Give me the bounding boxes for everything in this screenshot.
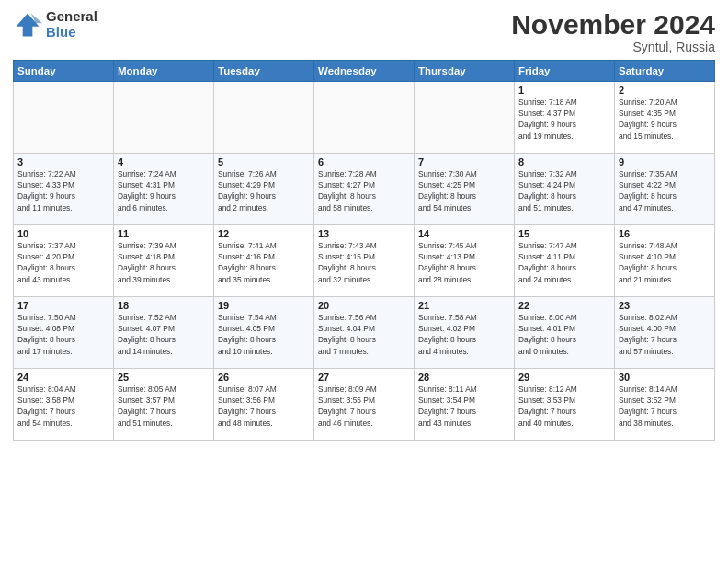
day-number: 3 xyxy=(17,156,109,167)
logo-text: General Blue xyxy=(46,9,97,40)
day-number: 24 xyxy=(17,372,109,383)
calendar-cell: 14Sunrise: 7:45 AM Sunset: 4:13 PM Dayli… xyxy=(415,225,515,297)
day-number: 2 xyxy=(619,85,711,96)
day-number: 8 xyxy=(518,156,610,167)
day-number: 28 xyxy=(418,372,510,383)
calendar-week-1: 1Sunrise: 7:18 AM Sunset: 4:37 PM Daylig… xyxy=(14,82,715,154)
day-info: Sunrise: 7:39 AM Sunset: 4:18 PM Dayligh… xyxy=(118,240,210,285)
day-info: Sunrise: 7:43 AM Sunset: 4:15 PM Dayligh… xyxy=(318,240,410,285)
day-number: 13 xyxy=(318,228,410,239)
day-info: Sunrise: 7:37 AM Sunset: 4:20 PM Dayligh… xyxy=(17,240,109,285)
col-header-tuesday: Tuesday xyxy=(214,61,314,82)
page: General Blue November 2024 Syntul, Russi… xyxy=(0,0,728,563)
month-title: November 2024 xyxy=(511,9,715,40)
day-number: 16 xyxy=(619,228,711,239)
col-header-wednesday: Wednesday xyxy=(314,61,415,82)
day-number: 20 xyxy=(318,300,410,311)
day-number: 17 xyxy=(17,300,109,311)
day-number: 4 xyxy=(118,156,210,167)
calendar-cell xyxy=(214,82,314,154)
day-number: 21 xyxy=(418,300,510,311)
day-info: Sunrise: 8:12 AM Sunset: 3:53 PM Dayligh… xyxy=(518,384,610,429)
col-header-friday: Friday xyxy=(515,61,615,82)
day-number: 10 xyxy=(17,228,109,239)
day-info: Sunrise: 7:32 AM Sunset: 4:24 PM Dayligh… xyxy=(518,168,610,213)
day-info: Sunrise: 8:02 AM Sunset: 4:00 PM Dayligh… xyxy=(619,312,711,357)
day-number: 7 xyxy=(418,156,510,167)
day-info: Sunrise: 7:20 AM Sunset: 4:35 PM Dayligh… xyxy=(619,97,711,142)
calendar-cell: 9Sunrise: 7:35 AM Sunset: 4:22 PM Daylig… xyxy=(615,154,715,225)
logo-general-text: General xyxy=(46,9,97,25)
calendar-cell: 4Sunrise: 7:24 AM Sunset: 4:31 PM Daylig… xyxy=(114,154,214,225)
calendar-cell: 22Sunrise: 8:00 AM Sunset: 4:01 PM Dayli… xyxy=(515,297,615,369)
day-number: 14 xyxy=(418,228,510,239)
logo: General Blue xyxy=(13,9,97,40)
location: Syntul, Russia xyxy=(511,40,715,54)
title-block: November 2024 Syntul, Russia xyxy=(511,9,715,54)
day-info: Sunrise: 7:45 AM Sunset: 4:13 PM Dayligh… xyxy=(418,240,510,285)
calendar-week-5: 24Sunrise: 8:04 AM Sunset: 3:58 PM Dayli… xyxy=(14,369,715,441)
logo-icon xyxy=(13,10,42,40)
day-number: 9 xyxy=(619,156,711,167)
col-header-monday: Monday xyxy=(114,61,214,82)
day-number: 5 xyxy=(218,156,310,167)
calendar-cell: 12Sunrise: 7:41 AM Sunset: 4:16 PM Dayli… xyxy=(214,225,314,297)
day-number: 18 xyxy=(118,300,210,311)
calendar-cell: 28Sunrise: 8:11 AM Sunset: 3:54 PM Dayli… xyxy=(415,369,515,441)
calendar-cell xyxy=(415,82,515,154)
day-info: Sunrise: 7:48 AM Sunset: 4:10 PM Dayligh… xyxy=(619,240,711,285)
calendar-cell xyxy=(14,82,114,154)
day-number: 30 xyxy=(619,372,711,383)
day-info: Sunrise: 7:58 AM Sunset: 4:02 PM Dayligh… xyxy=(418,312,510,357)
day-number: 25 xyxy=(118,372,210,383)
day-info: Sunrise: 7:30 AM Sunset: 4:25 PM Dayligh… xyxy=(418,168,510,213)
day-info: Sunrise: 7:47 AM Sunset: 4:11 PM Dayligh… xyxy=(518,240,610,285)
calendar-cell: 5Sunrise: 7:26 AM Sunset: 4:29 PM Daylig… xyxy=(214,154,314,225)
calendar-cell xyxy=(114,82,214,154)
calendar-cell: 26Sunrise: 8:07 AM Sunset: 3:56 PM Dayli… xyxy=(214,369,314,441)
calendar-cell: 25Sunrise: 8:05 AM Sunset: 3:57 PM Dayli… xyxy=(114,369,214,441)
day-info: Sunrise: 8:00 AM Sunset: 4:01 PM Dayligh… xyxy=(518,312,610,357)
calendar-cell: 16Sunrise: 7:48 AM Sunset: 4:10 PM Dayli… xyxy=(615,225,715,297)
calendar-cell: 13Sunrise: 7:43 AM Sunset: 4:15 PM Dayli… xyxy=(314,225,415,297)
day-number: 26 xyxy=(218,372,310,383)
day-info: Sunrise: 8:07 AM Sunset: 3:56 PM Dayligh… xyxy=(218,384,310,429)
col-header-saturday: Saturday xyxy=(615,61,715,82)
day-number: 22 xyxy=(518,300,610,311)
calendar-cell: 11Sunrise: 7:39 AM Sunset: 4:18 PM Dayli… xyxy=(114,225,214,297)
calendar-cell: 3Sunrise: 7:22 AM Sunset: 4:33 PM Daylig… xyxy=(14,154,114,225)
header: General Blue November 2024 Syntul, Russi… xyxy=(13,9,715,54)
day-info: Sunrise: 7:56 AM Sunset: 4:04 PM Dayligh… xyxy=(318,312,410,357)
calendar-cell: 29Sunrise: 8:12 AM Sunset: 3:53 PM Dayli… xyxy=(515,369,615,441)
day-info: Sunrise: 7:54 AM Sunset: 4:05 PM Dayligh… xyxy=(218,312,310,357)
calendar-cell: 20Sunrise: 7:56 AM Sunset: 4:04 PM Dayli… xyxy=(314,297,415,369)
day-info: Sunrise: 8:14 AM Sunset: 3:52 PM Dayligh… xyxy=(619,384,711,429)
day-info: Sunrise: 7:28 AM Sunset: 4:27 PM Dayligh… xyxy=(318,168,410,213)
calendar-cell: 6Sunrise: 7:28 AM Sunset: 4:27 PM Daylig… xyxy=(314,154,415,225)
day-info: Sunrise: 7:52 AM Sunset: 4:07 PM Dayligh… xyxy=(118,312,210,357)
calendar-week-2: 3Sunrise: 7:22 AM Sunset: 4:33 PM Daylig… xyxy=(14,154,715,225)
calendar-cell xyxy=(314,82,415,154)
day-number: 27 xyxy=(318,372,410,383)
calendar-cell: 23Sunrise: 8:02 AM Sunset: 4:00 PM Dayli… xyxy=(615,297,715,369)
calendar-cell: 24Sunrise: 8:04 AM Sunset: 3:58 PM Dayli… xyxy=(14,369,114,441)
day-info: Sunrise: 7:18 AM Sunset: 4:37 PM Dayligh… xyxy=(518,97,610,142)
calendar-cell: 1Sunrise: 7:18 AM Sunset: 4:37 PM Daylig… xyxy=(515,82,615,154)
day-number: 19 xyxy=(218,300,310,311)
day-number: 11 xyxy=(118,228,210,239)
day-info: Sunrise: 8:04 AM Sunset: 3:58 PM Dayligh… xyxy=(17,384,109,429)
calendar-cell: 8Sunrise: 7:32 AM Sunset: 4:24 PM Daylig… xyxy=(515,154,615,225)
day-info: Sunrise: 7:41 AM Sunset: 4:16 PM Dayligh… xyxy=(218,240,310,285)
calendar-cell: 19Sunrise: 7:54 AM Sunset: 4:05 PM Dayli… xyxy=(214,297,314,369)
day-info: Sunrise: 8:05 AM Sunset: 3:57 PM Dayligh… xyxy=(118,384,210,429)
day-number: 29 xyxy=(518,372,610,383)
calendar-week-3: 10Sunrise: 7:37 AM Sunset: 4:20 PM Dayli… xyxy=(14,225,715,297)
day-info: Sunrise: 7:50 AM Sunset: 4:08 PM Dayligh… xyxy=(17,312,109,357)
calendar-week-4: 17Sunrise: 7:50 AM Sunset: 4:08 PM Dayli… xyxy=(14,297,715,369)
calendar-cell: 27Sunrise: 8:09 AM Sunset: 3:55 PM Dayli… xyxy=(314,369,415,441)
svg-marker-0 xyxy=(17,13,40,36)
day-number: 6 xyxy=(318,156,410,167)
day-number: 12 xyxy=(218,228,310,239)
day-number: 15 xyxy=(518,228,610,239)
calendar-cell: 30Sunrise: 8:14 AM Sunset: 3:52 PM Dayli… xyxy=(615,369,715,441)
